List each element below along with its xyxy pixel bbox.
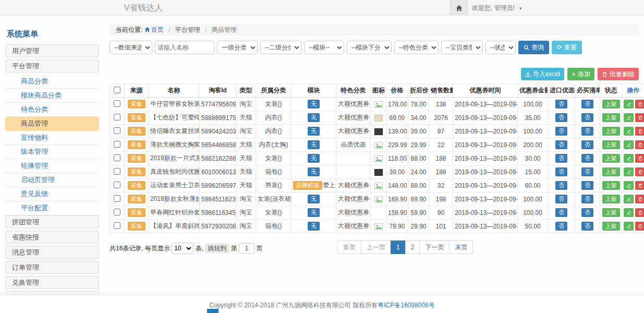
pager-item[interactable]: 上一页 (361, 240, 391, 254)
filter-select-level2-category[interactable]: --二级分类-- (260, 41, 301, 54)
pager-item[interactable]: 1 (391, 240, 406, 254)
must-buy-toggle-badge[interactable]: 否 (581, 127, 593, 136)
edit-button[interactable] (624, 167, 634, 176)
edit-button[interactable] (624, 154, 634, 163)
bulk-delete-button[interactable]: 批量删除 (598, 68, 639, 80)
edit-button[interactable] (624, 100, 634, 109)
row-checkbox[interactable] (114, 168, 120, 175)
delete-button[interactable] (635, 181, 644, 190)
status-badge[interactable]: 上架 (602, 167, 620, 176)
user-menu[interactable]: 欢迎您, 管理员! ▼ (472, 0, 523, 17)
edit-button[interactable] (624, 113, 634, 122)
pager-item[interactable]: 下一页 (419, 240, 449, 254)
status-badge[interactable]: 上架 (602, 195, 620, 203)
status-badge[interactable]: 上架 (602, 208, 620, 217)
status-badge[interactable]: 上架 (602, 127, 620, 136)
must-buy-toggle-badge[interactable]: 否 (581, 181, 593, 190)
status-badge[interactable]: 上架 (602, 222, 620, 231)
delete-button[interactable] (635, 195, 644, 203)
row-checkbox[interactable] (114, 141, 120, 148)
delete-button[interactable] (635, 127, 644, 136)
pager-item[interactable]: 末页 (449, 240, 473, 254)
jump-to-button[interactable]: 跳转到 (205, 244, 229, 253)
edit-button[interactable] (624, 140, 634, 149)
sidebar-item[interactable]: 宣传物料 (5, 131, 99, 145)
delete-button[interactable] (635, 113, 644, 122)
import-toggle-badge[interactable]: 否 (555, 195, 567, 203)
row-checkbox[interactable] (114, 100, 120, 107)
row-checkbox[interactable] (114, 195, 120, 202)
icp-link[interactable]: 粤ICP备16098006号 (378, 302, 434, 309)
import-toggle-badge[interactable]: 否 (555, 181, 567, 190)
select-all-checkbox[interactable] (114, 87, 120, 93)
home-button[interactable] (450, 0, 468, 16)
import-toggle-badge[interactable]: 否 (555, 154, 567, 163)
add-button[interactable]: + 添加 (567, 68, 594, 80)
sidebar-item[interactable]: 商品分类 (5, 75, 99, 89)
filter-select-feature-category[interactable]: --特色分类-- (394, 41, 439, 54)
import-toggle-badge[interactable]: 否 (555, 167, 567, 176)
sidebar-item[interactable]: 兑换管理 (5, 276, 99, 289)
edit-button[interactable] (624, 222, 634, 231)
filter-select-module[interactable]: --模块-- (304, 41, 344, 54)
sidebar-item[interactable]: 特色分类 (5, 103, 99, 117)
sidebar-item[interactable]: 平台配置 (5, 201, 99, 215)
pager-item[interactable]: 首页 (337, 240, 361, 254)
delete-button[interactable] (635, 154, 644, 163)
import-excel-button[interactable]: 导入excel (521, 68, 564, 80)
must-buy-toggle-badge[interactable]: 否 (581, 100, 593, 109)
filter-select-status[interactable]: --状态-- (485, 41, 516, 54)
edit-button[interactable] (624, 181, 634, 190)
edit-button[interactable] (624, 195, 634, 203)
import-toggle-badge[interactable]: 否 (555, 208, 567, 217)
sidebar-item[interactable]: 消息管理 (5, 246, 99, 259)
sidebar-item[interactable]: 启动页管理 (5, 173, 99, 187)
sidebar-item[interactable]: 模块商品分类 (5, 89, 99, 103)
status-badge[interactable]: 上架 (602, 181, 620, 190)
must-buy-toggle-badge[interactable]: 否 (581, 140, 593, 149)
must-buy-toggle-badge[interactable]: 否 (581, 222, 593, 231)
sidebar-item[interactable]: 轮播管理 (5, 159, 99, 173)
query-button[interactable]: 查询 (518, 41, 549, 54)
import-toggle-badge[interactable]: 否 (555, 113, 567, 122)
sidebar-item[interactable]: 省惠快报 (5, 231, 99, 244)
page-number-input[interactable] (239, 243, 254, 254)
import-toggle-badge[interactable]: 否 (555, 127, 567, 136)
filter-select-data-source[interactable]: --数据来源-- (110, 41, 152, 54)
filter-select-level1-category[interactable]: 一级分类 (217, 41, 258, 54)
edit-button[interactable] (624, 127, 634, 136)
filter-select-item-type[interactable]: --宝贝类型-- (441, 41, 483, 54)
per-page-select[interactable]: 10 (172, 243, 193, 254)
status-badge[interactable]: 上架 (602, 113, 620, 122)
delete-button[interactable] (635, 100, 644, 109)
status-badge[interactable]: 上架 (602, 140, 620, 149)
sidebar-item[interactable]: 订单管理 (5, 261, 99, 274)
must-buy-toggle-badge[interactable]: 否 (581, 167, 593, 176)
sidebar-item[interactable]: 版本管理 (5, 145, 99, 159)
row-checkbox[interactable] (114, 127, 120, 134)
sidebar-item[interactable]: 用户管理 (5, 44, 99, 57)
status-badge[interactable]: 上架 (602, 100, 620, 109)
name-search-input[interactable] (155, 41, 214, 54)
status-badge[interactable]: 上架 (602, 154, 620, 163)
sidebar-item[interactable]: 商品管理 (5, 117, 99, 131)
row-checkbox[interactable] (114, 209, 120, 215)
import-toggle-badge[interactable]: 否 (555, 140, 567, 149)
must-buy-toggle-badge[interactable]: 否 (581, 195, 593, 203)
sidebar-item[interactable]: 拼团管理 (5, 215, 99, 228)
must-buy-toggle-badge[interactable]: 否 (581, 113, 593, 122)
must-buy-toggle-badge[interactable]: 否 (581, 208, 593, 217)
filter-select-module-subcategory[interactable]: --模块下分类-- (347, 41, 392, 54)
delete-button[interactable] (635, 222, 644, 231)
sidebar-item[interactable]: 意见反馈 (5, 187, 99, 201)
breadcrumb-home-link[interactable]: 首页 (144, 26, 164, 33)
row-checkbox[interactable] (114, 154, 120, 161)
row-checkbox[interactable] (114, 114, 120, 121)
import-toggle-badge[interactable]: 否 (555, 100, 567, 109)
pager-item[interactable]: 2 (405, 240, 420, 254)
must-buy-toggle-badge[interactable]: 否 (581, 154, 593, 163)
reset-button[interactable]: ⟳ 重置 (552, 41, 582, 54)
sidebar-item[interactable]: 平台管理 (5, 59, 99, 73)
delete-button[interactable] (635, 140, 644, 149)
delete-button[interactable] (635, 208, 644, 217)
